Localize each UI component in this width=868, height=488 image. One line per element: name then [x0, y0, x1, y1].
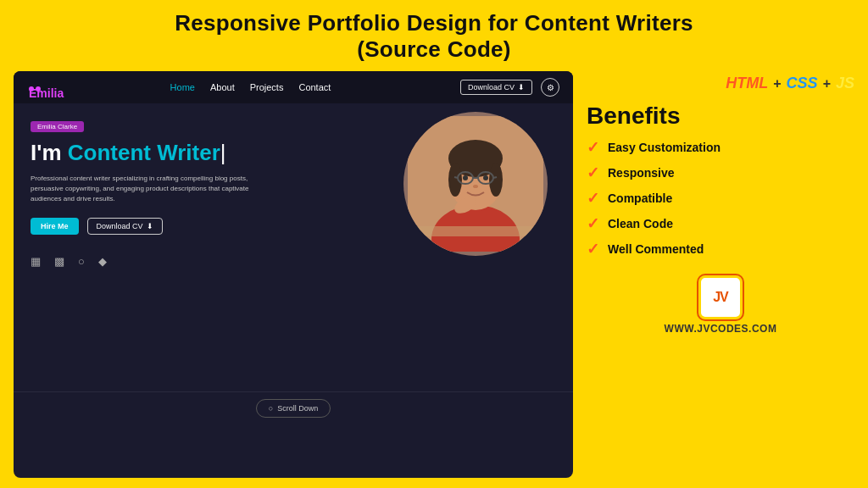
title-line2: (Source Code) — [357, 36, 511, 62]
hero-description: Professional content writer specializing… — [31, 174, 251, 204]
scroll-down-button[interactable]: ○ Scroll Down — [256, 399, 331, 418]
hire-me-button[interactable]: Hire Me — [31, 218, 79, 235]
check-icon-2: ✓ — [587, 164, 599, 182]
nav-download-cv-button[interactable]: Download CV ⬇ — [460, 80, 532, 95]
scroll-down-area: ○ Scroll Down — [14, 391, 573, 424]
css-label: CSS — [787, 75, 818, 92]
check-icon-1: ✓ — [587, 138, 599, 157]
heading-prefix: I'm — [31, 140, 68, 165]
nav-link-contact[interactable]: Contact — [298, 82, 331, 92]
instagram-icon[interactable]: ▦ — [31, 255, 41, 268]
name-badge: Emilia Clarke — [31, 121, 84, 132]
benefit-clean-code: ✓ Clean Code — [587, 214, 854, 233]
logo-dot — [36, 86, 41, 92]
download-cv-label: Download CV — [468, 83, 515, 92]
svg-line-11 — [493, 177, 497, 178]
benefit-label-3: Compatible — [608, 191, 672, 205]
barchart-icon[interactable]: ▩ — [54, 255, 64, 268]
tech-stack: HTML + CSS + JS — [587, 75, 854, 92]
scroll-icon: ○ — [269, 404, 273, 413]
benefits-section: Benefits ✓ Easy Customization ✓ Responsi… — [587, 103, 854, 265]
logo-text: Emilia — [29, 86, 34, 92]
svg-point-12 — [463, 175, 468, 180]
jvcodes-section: JV WWW.JVCODES.COM — [587, 275, 854, 335]
nav-logo: Emilia — [27, 80, 41, 94]
nav-link-projects[interactable]: Projects — [250, 82, 284, 92]
download-cv-button[interactable]: Download CV ⬇ — [87, 218, 163, 235]
social-icons: ▦ ▩ ○ ◆ — [31, 255, 539, 268]
right-panel: HTML + CSS + JS Benefits ✓ Easy Customiz… — [587, 71, 854, 478]
jvcodes-url: WWW.JVCODES.COM — [665, 323, 777, 335]
navbar: Emilia Home About Projects Contact Downl… — [14, 71, 573, 103]
jv-badge-text: JV — [713, 290, 728, 305]
benefit-label-5: Well Commented — [608, 242, 704, 256]
html-label: HTML — [726, 75, 768, 92]
check-icon-5: ✓ — [587, 240, 599, 258]
github-icon[interactable]: ◆ — [98, 255, 107, 268]
heading-highlight: Content Writer — [68, 140, 220, 165]
download-icon: ⬇ — [518, 83, 525, 92]
js-label: JS — [836, 75, 854, 92]
check-icon-4: ✓ — [587, 214, 599, 233]
page-title: Responsive Portfolio Design for Content … — [175, 10, 693, 63]
benefit-label-2: Responsive — [608, 166, 675, 180]
settings-icon[interactable]: ⚙ — [541, 78, 559, 97]
svg-point-14 — [473, 185, 478, 188]
nav-link-about[interactable]: About — [210, 82, 235, 92]
title-line1: Responsive Portfolio Design for Content … — [175, 10, 693, 36]
benefit-compatible: ✓ Compatible — [587, 189, 854, 208]
download-icon2: ⬇ — [147, 222, 153, 230]
benefits-title: Benefits — [587, 103, 854, 130]
nav-links: Home About Projects Contact — [58, 82, 443, 92]
profile-image — [403, 112, 548, 256]
svg-line-10 — [454, 177, 458, 178]
nav-link-home[interactable]: Home — [170, 82, 195, 92]
benefit-well-commented: ✓ Well Commented — [587, 240, 854, 258]
svg-point-5 — [448, 163, 462, 197]
scroll-down-label: Scroll Down — [277, 404, 318, 413]
content-area: Emilia Home About Projects Contact Downl… — [14, 71, 854, 478]
benefit-label-4: Clean Code — [608, 217, 673, 230]
hero-section: Emilia Clarke I'm Content Writer| Profes… — [14, 103, 573, 391]
hero-right — [403, 112, 548, 256]
svg-point-13 — [483, 175, 488, 180]
plus1: + — [773, 76, 781, 92]
check-icon-3: ✓ — [587, 189, 599, 208]
svg-rect-16 — [416, 226, 535, 236]
globe-icon[interactable]: ○ — [78, 255, 85, 268]
plus2: + — [823, 76, 831, 92]
benefit-easy-customization: ✓ Easy Customization — [587, 138, 854, 157]
benefit-label-1: Easy Customization — [608, 141, 721, 154]
svg-point-6 — [489, 163, 503, 197]
portfolio-preview: Emilia Home About Projects Contact Downl… — [14, 71, 573, 478]
cursor: | — [220, 140, 226, 165]
jv-badge: JV — [698, 275, 743, 319]
download-cv-label2: Download CV — [97, 222, 143, 230]
benefit-responsive: ✓ Responsive — [587, 164, 854, 182]
nav-right: Download CV ⬇ ⚙ — [460, 78, 559, 97]
